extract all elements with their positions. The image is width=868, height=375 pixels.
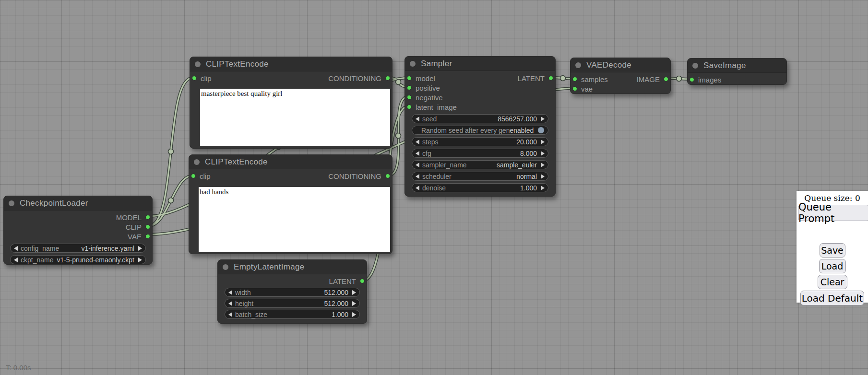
output-label: CONDITIONING [328,172,381,180]
node-title-bar[interactable]: CheckpointLoader [4,196,152,211]
node-title-bar[interactable]: EmptyLatentImage [218,260,367,274]
node-vaedecode[interactable]: VAEDecode samples IMAGE vae [570,58,671,94]
node-checkpointloader[interactable]: CheckpointLoader MODEL CLIP VAE config_n… [3,196,153,265]
node-title-bar[interactable]: VAEDecode [571,58,670,72]
widget-value: 8.000 [520,150,537,157]
decrement-arrow-icon[interactable] [416,174,419,179]
output-port-icon[interactable] [145,224,150,229]
increment-arrow-icon[interactable] [138,246,142,251]
widget-denoise[interactable]: denoise 1.000 [412,183,548,192]
increment-arrow-icon[interactable] [138,258,142,262]
widget-scheduler[interactable]: scheduler normal [412,172,548,181]
increment-arrow-icon[interactable] [352,290,356,295]
increment-arrow-icon[interactable] [541,140,545,144]
widget-label: Random seed after every gen [421,127,510,134]
input-slot-latent-image: latent_image [405,102,555,112]
load-default-button[interactable]: Load Default [800,291,864,305]
output-label: CLIP [126,223,142,231]
output-label: LATENT [518,74,545,82]
node-cliptextencode-positive[interactable]: CLIPTextEncode clip CONDITIONING masterp… [190,57,392,149]
save-button[interactable]: Save [820,243,845,258]
decrement-arrow-icon[interactable] [416,140,419,144]
output-port-icon[interactable] [360,279,365,283]
clear-button[interactable]: Clear [818,275,847,289]
widget-label: batch_size [235,311,267,318]
input-port-icon[interactable] [407,105,412,109]
widget-width[interactable]: width 512.000 [225,288,360,297]
node-title-bar[interactable]: CLIPTextEncode [189,155,392,169]
output-label: LATENT [329,277,356,285]
input-port-icon[interactable] [191,174,196,178]
input-label: clip [200,172,211,180]
decrement-arrow-icon[interactable] [14,246,18,251]
slot-row: clip CONDITIONING [189,171,392,181]
decrement-arrow-icon[interactable] [14,258,18,262]
node-collapse-dot-icon[interactable] [194,159,200,165]
input-port-icon[interactable] [690,77,694,82]
output-port-icon[interactable] [145,215,150,220]
widget-cfg[interactable]: cfg 8.000 [412,149,548,158]
decrement-arrow-icon[interactable] [416,117,419,121]
widget-sampler-name[interactable]: sampler_name sample_euler [412,160,548,169]
output-port-icon[interactable] [145,234,150,239]
node-saveimage[interactable]: SaveImage images [687,58,787,85]
decrement-arrow-icon[interactable] [228,312,232,317]
input-port-icon[interactable] [407,95,412,100]
widget-random-seed-toggle[interactable]: Random seed after every gen enabled [412,126,548,135]
prompt-textarea[interactable]: masterpiece best quality girl [200,89,390,146]
output-slot-latent: LATENT [218,276,367,286]
output-port-icon[interactable] [385,174,390,178]
queue-prompt-button[interactable]: Queue Prompt [798,205,868,221]
increment-arrow-icon[interactable] [541,151,545,156]
increment-arrow-icon[interactable] [352,301,356,306]
increment-arrow-icon[interactable] [541,163,545,167]
decrement-arrow-icon[interactable] [416,151,419,156]
output-port-icon[interactable] [385,76,390,81]
node-title-bar[interactable]: CLIPTextEncode [190,57,392,71]
decrement-arrow-icon[interactable] [416,163,419,167]
widget-value: 512.000 [324,289,348,296]
node-collapse-dot-icon[interactable] [692,63,698,69]
node-collapse-dot-icon[interactable] [575,62,581,68]
widget-steps[interactable]: steps 20.000 [412,137,548,146]
input-label: negative [416,94,443,102]
increment-arrow-icon[interactable] [541,117,545,121]
widget-ckpt-name[interactable]: ckpt_name v1-5-pruned-emaonly.ckpt [10,255,146,264]
node-title: CheckpointLoader [20,199,88,208]
decrement-arrow-icon[interactable] [416,186,419,190]
output-label: IMAGE [637,75,660,83]
node-title: SaveImage [703,61,746,70]
node-cliptextencode-negative[interactable]: CLIPTextEncode clip CONDITIONING bad han… [189,154,392,254]
widget-value: 1.000 [520,184,537,192]
node-collapse-dot-icon[interactable] [410,61,416,67]
decrement-arrow-icon[interactable] [228,301,232,306]
widget-height[interactable]: height 512.000 [225,299,360,308]
node-sampler[interactable]: Sampler model LATENT positive negative l… [404,56,556,197]
node-collapse-dot-icon[interactable] [9,200,14,206]
load-button[interactable]: Load [819,259,846,273]
widget-batch-size[interactable]: batch_size 1.000 [225,310,360,319]
node-collapse-dot-icon[interactable] [195,61,201,67]
widget-label: height [235,300,253,307]
node-collapse-dot-icon[interactable] [223,264,228,270]
widget-seed[interactable]: seed 8566257.000 [412,114,548,123]
prompt-textarea[interactable]: bad hands [199,187,390,252]
increment-arrow-icon[interactable] [352,312,356,317]
input-port-icon[interactable] [407,76,412,81]
widget-config-name[interactable]: config_name v1-inference.yaml [10,244,146,253]
input-port-icon[interactable] [572,77,577,82]
increment-arrow-icon[interactable] [541,174,545,179]
increment-arrow-icon[interactable] [541,186,545,190]
input-port-icon[interactable] [192,76,197,81]
decrement-arrow-icon[interactable] [228,290,232,295]
node-title-bar[interactable]: SaveImage [688,59,786,73]
widget-label: steps [422,138,438,146]
widget-value: 512.000 [324,300,348,307]
output-port-icon[interactable] [548,76,553,81]
output-port-icon[interactable] [664,77,668,82]
node-title-bar[interactable]: Sampler [405,57,555,71]
node-emptylatentimage[interactable]: EmptyLatentImage LATENT width 512.000 he… [217,259,367,324]
input-port-icon[interactable] [572,86,577,91]
toggle-enabled-icon[interactable] [537,127,545,134]
input-port-icon[interactable] [407,85,412,90]
